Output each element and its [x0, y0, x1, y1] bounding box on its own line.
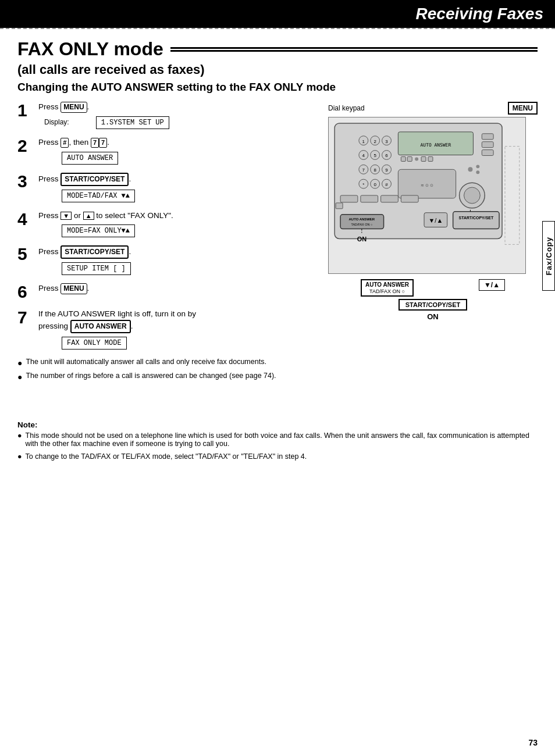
on-diagram-label: ON — [427, 312, 439, 321]
display-box-step1: 1.SYSTEM SET UP — [96, 116, 169, 129]
svg-point-31 — [476, 170, 479, 174]
svg-text:AUTO ANSWER: AUTO ANSWER — [421, 142, 451, 148]
page-header: Receiving Faxes — [0, 0, 555, 28]
step-2: 2 Press #, then 77. AUTO ANSWER — [17, 137, 316, 165]
step-3-number: 3 — [17, 173, 34, 190]
key-7b: 7 — [99, 138, 107, 148]
step-5-text: Press START/COPY/SET. — [38, 245, 316, 259]
step-2-text: Press #, then 77. — [38, 137, 316, 148]
step-6-number: 6 — [17, 283, 34, 301]
step-6: 6 Press MENU. — [17, 283, 316, 301]
step-7-text: If the AUTO ANSWER light is off, turn it… — [38, 309, 316, 333]
display-box-step2: AUTO ANSWER — [62, 152, 118, 165]
step-5-content: Press START/COPY/SET. SETUP ITEM [ ] — [38, 245, 316, 275]
svg-text:5: 5 — [373, 153, 376, 158]
fax-only-title: FAX ONLY mode — [17, 38, 163, 60]
step-3-content: Press START/COPY/SET. MODE=TAD/FAX ▼▲ — [38, 173, 316, 202]
side-tab: Fax/Copy — [542, 221, 555, 291]
menu-diagram-label: MENU — [508, 102, 538, 115]
start-copy-set-key-step3: START/COPY/SET — [61, 173, 129, 186]
svg-text:0: 0 — [373, 182, 376, 187]
note-section: Note: ● This mode should not be used on … — [17, 403, 538, 461]
note-text-2: To change to the TAD/FAX or TEL/FAX mode… — [26, 452, 307, 461]
svg-rect-41 — [361, 195, 378, 202]
svg-rect-22 — [428, 156, 433, 161]
svg-text:*: * — [362, 182, 364, 187]
up-arrow-key: ▲ — [83, 212, 94, 220]
menu-key-step1: MENU — [61, 102, 87, 113]
bullet-note-1: ● The unit will automatically answer all… — [17, 358, 316, 368]
svg-text:TAD/FAX ON ○: TAD/FAX ON ○ — [351, 223, 372, 226]
hash-key: # — [61, 138, 69, 148]
auto-answer-diagram-label: AUTO ANSWERTAD/FAX ON ○ — [361, 279, 414, 297]
step-3-text: Press START/COPY/SET. — [38, 173, 316, 186]
note-bullet-2: ● — [17, 452, 22, 461]
display-box-step4: MODE=FAX ONLY▼▲ — [62, 224, 135, 237]
svg-rect-11 — [482, 150, 493, 156]
svg-rect-46 — [336, 203, 343, 209]
svg-rect-21 — [421, 156, 426, 161]
start-copy-set-diagram-label: START/COPY/SET — [399, 299, 468, 311]
svg-text:AUTO ANSWER: AUTO ANSWER — [349, 217, 375, 221]
svg-text:START/COPY/SET: START/COPY/SET — [459, 216, 494, 220]
page-number: 73 — [528, 738, 538, 747]
svg-rect-53 — [453, 212, 499, 229]
step-6-content: Press MENU. — [38, 283, 316, 297]
note-title: Note: — [17, 420, 538, 429]
step-1-display-row: Display: 1.SYSTEM SET UP — [44, 115, 316, 129]
section-heading: Changing the AUTO ANSWER setting to the … — [17, 81, 538, 94]
steps-diagram-wrapper: 1 Press MENU. Display: 1.SYSTEM SET UP 2 — [17, 102, 538, 386]
svg-text:≋ ⊙ ⊙: ≋ ⊙ ⊙ — [421, 183, 433, 187]
bullet-dot-1: ● — [17, 358, 22, 368]
svg-point-30 — [476, 165, 479, 168]
nav-arrows-diagram-label: ▼/▲ — [479, 279, 505, 291]
step-7-content: If the AUTO ANSWER light is off, turn it… — [38, 309, 316, 350]
step-1-text: Press MENU. — [38, 102, 316, 113]
step-2-content: Press #, then 77. AUTO ANSWER — [38, 137, 316, 165]
svg-text:8: 8 — [373, 167, 376, 173]
svg-text:6: 6 — [385, 153, 388, 158]
step-7: 7 If the AUTO ANSWER light is off, turn … — [17, 309, 316, 350]
step-4-content: Press ▼ or ▲ to select "FAX ONLY". MODE=… — [38, 211, 316, 238]
step-5: 5 Press START/COPY/SET. SETUP ITEM [ ] — [17, 245, 316, 275]
step-1: 1 Press MENU. Display: 1.SYSTEM SET UP — [17, 102, 316, 129]
svg-rect-42 — [381, 195, 399, 202]
main-content: FAX ONLY mode (all calls are received as… — [0, 33, 555, 477]
step-2-number: 2 — [17, 137, 34, 155]
bullet-note-2: ● The number of rings before a call is a… — [17, 372, 316, 382]
svg-point-45 — [464, 187, 481, 204]
note-text-1: This mode should not be used on a teleph… — [26, 432, 538, 448]
note-item-2: ● To change to the TAD/FAX or TEL/FAX mo… — [17, 452, 538, 461]
step-4: 4 Press ▼ or ▲ to select "FAX ONLY". MOD… — [17, 211, 316, 238]
step-4-number: 4 — [17, 211, 34, 228]
step-1-number: 1 — [17, 102, 34, 119]
divider — [0, 28, 555, 29]
svg-text:2: 2 — [373, 139, 376, 144]
svg-text:9: 9 — [385, 167, 388, 173]
svg-rect-18 — [401, 156, 405, 161]
svg-text:3: 3 — [385, 139, 388, 144]
display-box-step5: SETUP ITEM [ ] — [62, 262, 131, 275]
dial-keypad-label: Dial keypad — [328, 104, 365, 112]
note-item-1: ● This mode should not be used on a tele… — [17, 432, 538, 448]
bullet-notes: ● The unit will automatically answer all… — [17, 358, 316, 382]
start-copy-set-key-step5: START/COPY/SET — [61, 245, 129, 259]
svg-text:ON: ON — [357, 236, 367, 243]
bullet-dot-2: ● — [17, 372, 22, 382]
diagram-column: Dial keypad MENU AUTO ANSWER 1 2 3 — [328, 102, 538, 386]
svg-point-29 — [468, 167, 472, 172]
down-arrow-key: ▼ — [61, 212, 72, 220]
svg-point-20 — [415, 157, 418, 161]
svg-rect-19 — [407, 156, 412, 161]
side-tab-text: Fax/Copy — [545, 237, 553, 276]
svg-text:1: 1 — [362, 139, 365, 144]
device-diagram: AUTO ANSWER 1 2 3 4 5 6 — [328, 117, 526, 274]
step-4-text: Press ▼ or ▲ to select "FAX ONLY". — [38, 211, 316, 222]
bullet-text-1: The unit will automatically answer all c… — [26, 358, 266, 366]
svg-text:#: # — [385, 182, 388, 187]
svg-rect-40 — [340, 195, 358, 202]
fax-only-subtitle: (all calls are received as faxes) — [17, 62, 538, 77]
step-3: 3 Press START/COPY/SET. MODE=TAD/FAX ▼▲ — [17, 173, 316, 202]
display-box-step7: FAX ONLY MODE — [62, 337, 127, 350]
display-box-step3: MODE=TAD/FAX ▼▲ — [62, 190, 135, 202]
